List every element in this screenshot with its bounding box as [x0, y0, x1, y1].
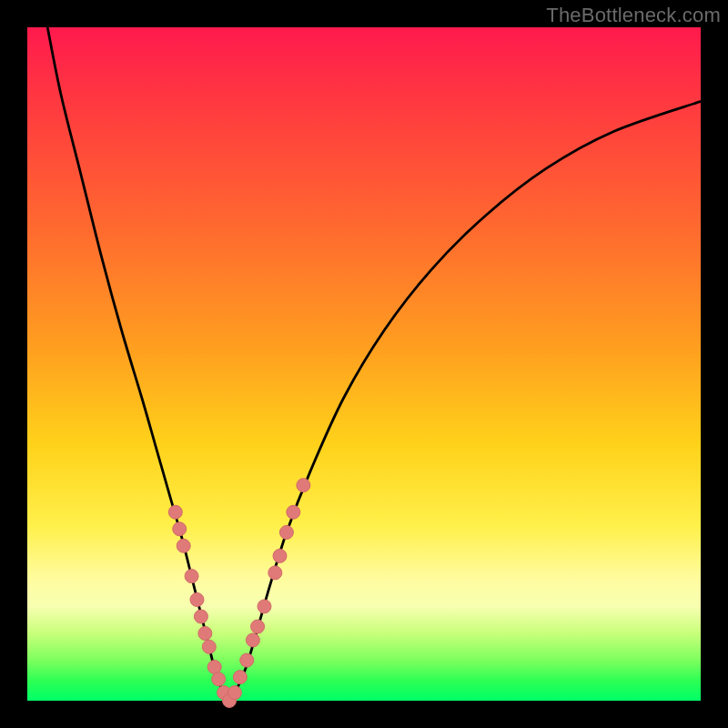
chart-frame: TheBottleneck.com: [0, 0, 728, 728]
curve-marker: [287, 505, 300, 519]
curve-marker: [202, 640, 216, 653]
curve-marker: [251, 620, 265, 633]
curve-marker: [173, 522, 187, 536]
curve-marker: [185, 570, 198, 583]
curve-marker: [168, 505, 182, 519]
curve-marker: [273, 549, 287, 562]
curve-marker: [198, 627, 212, 641]
curve-marker: [297, 479, 310, 492]
curve-markers: [168, 479, 310, 708]
curve-marker: [207, 661, 221, 674]
curve-marker: [279, 526, 293, 540]
curve-marker: [258, 600, 271, 613]
bottleneck-curve: [47, 27, 701, 701]
plot-area: [27, 27, 701, 701]
curve-marker: [228, 686, 241, 700]
curve-marker: [246, 633, 259, 647]
curve-marker: [194, 610, 207, 623]
curve-marker: [268, 566, 282, 580]
curve-svg: [27, 27, 701, 701]
curve-marker: [212, 672, 226, 686]
curve-marker: [240, 653, 254, 667]
curve-marker: [233, 671, 247, 684]
curve-marker: [190, 593, 204, 607]
watermark-text: TheBottleneck.com: [546, 4, 721, 27]
curve-marker: [177, 539, 190, 552]
